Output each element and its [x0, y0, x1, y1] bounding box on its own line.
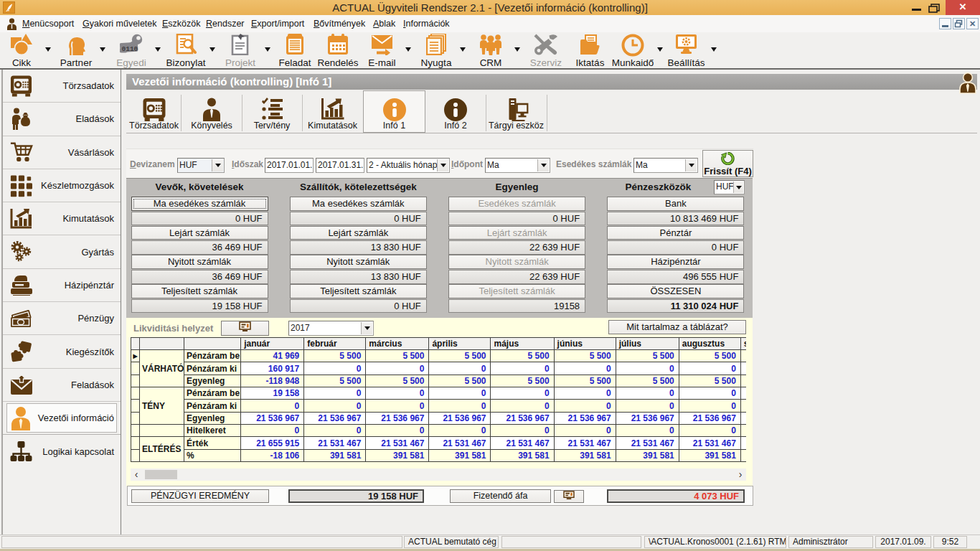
- svg-text:0110: 0110: [122, 45, 138, 53]
